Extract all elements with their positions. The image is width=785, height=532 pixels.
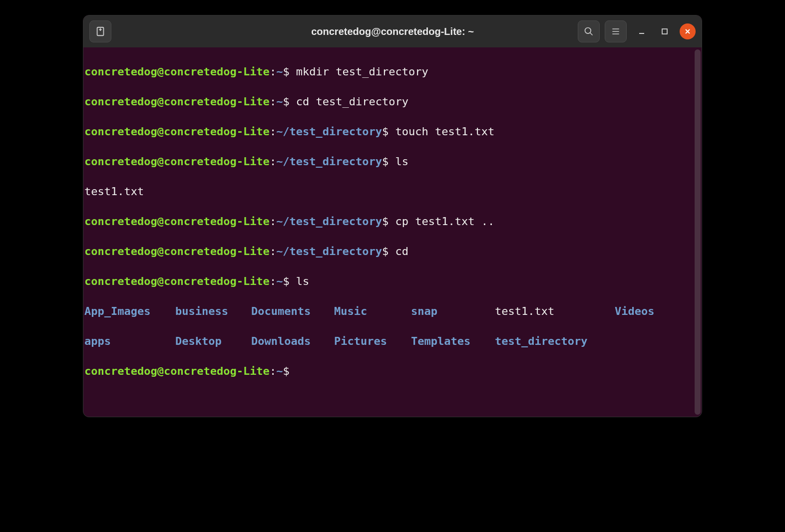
command-ls2: ls xyxy=(290,275,310,287)
path: ~/test_directory xyxy=(276,215,382,228)
ls-dir: Videos xyxy=(615,304,702,319)
close-button[interactable] xyxy=(680,23,696,39)
minimize-icon xyxy=(638,28,645,35)
svg-line-4 xyxy=(590,33,593,35)
prompt-line: concretedog@concretedog-Lite:~/test_dire… xyxy=(84,214,702,229)
user-host: concretedog@concretedog-Lite xyxy=(84,245,270,258)
scrollbar[interactable] xyxy=(695,49,701,415)
svg-rect-9 xyxy=(662,29,667,34)
colon: : xyxy=(270,95,276,108)
user-host: concretedog@concretedog-Lite xyxy=(84,275,270,287)
ls-dir: Documents xyxy=(251,304,334,319)
path: ~/test_directory xyxy=(276,245,382,258)
dollar: $ xyxy=(283,365,289,377)
dollar: $ xyxy=(283,95,289,108)
path: ~ xyxy=(276,65,283,78)
dollar: $ xyxy=(382,215,389,228)
svg-point-3 xyxy=(585,28,591,34)
ls-dir: Downloads xyxy=(251,334,334,349)
maximize-icon xyxy=(661,28,668,35)
maximize-button[interactable] xyxy=(657,23,673,39)
dollar: $ xyxy=(283,275,289,287)
prompt-line: concretedog@concretedog-Lite:~$ cd test_… xyxy=(84,94,702,109)
user-host: concretedog@concretedog-Lite xyxy=(84,365,270,377)
hamburger-icon xyxy=(611,26,621,36)
path: ~ xyxy=(276,95,283,108)
titlebar-right xyxy=(578,20,696,42)
path: ~ xyxy=(276,365,283,377)
ls-dir: business xyxy=(175,304,251,319)
path: ~/test_directory xyxy=(276,155,382,168)
prompt-line: concretedog@concretedog-Lite:~/test_dire… xyxy=(84,154,702,169)
titlebar: concretedog@concretedog-Lite: ~ xyxy=(83,15,702,47)
command-empty xyxy=(290,365,296,377)
prompt-line: concretedog@concretedog-Lite:~/test_dire… xyxy=(84,244,702,259)
dollar: $ xyxy=(382,155,389,168)
dollar: $ xyxy=(382,245,389,258)
ls-dir: Templates xyxy=(411,334,495,349)
minimize-button[interactable] xyxy=(634,23,650,39)
terminal-body[interactable]: concretedog@concretedog-Lite:~$ mkdir te… xyxy=(83,47,702,417)
colon: : xyxy=(270,215,276,228)
ls-dir: apps xyxy=(84,334,175,349)
colon: : xyxy=(270,155,276,168)
menu-button[interactable] xyxy=(605,20,627,42)
window-title: concretedog@concretedog-Lite: ~ xyxy=(311,26,474,37)
command-cd-home: cd xyxy=(389,245,408,258)
search-button[interactable] xyxy=(578,20,600,42)
titlebar-left xyxy=(89,20,111,42)
prompt-line: concretedog@concretedog-Lite:~$ ls xyxy=(84,274,702,289)
command-mkdir: mkdir test_directory xyxy=(290,65,428,78)
ls-dir: App_Images xyxy=(84,304,175,319)
ls-dir: snap xyxy=(411,304,495,319)
user-host: concretedog@concretedog-Lite xyxy=(84,65,270,78)
prompt-line: concretedog@concretedog-Lite:~$ mkdir te… xyxy=(84,64,702,79)
command-cd-test: cd test_directory xyxy=(290,95,408,108)
colon: : xyxy=(270,365,276,377)
command-touch: touch test1.txt xyxy=(389,125,494,138)
ls-row: App_ImagesbusinessDocumentsMusicsnaptest… xyxy=(84,304,702,319)
new-tab-button[interactable] xyxy=(89,20,111,42)
prompt-line: concretedog@concretedog-Lite:~/test_dire… xyxy=(84,124,702,139)
user-host: concretedog@concretedog-Lite xyxy=(84,125,270,138)
ls-dir: Desktop xyxy=(175,334,251,349)
dollar: $ xyxy=(283,65,289,78)
path: ~ xyxy=(276,275,283,287)
ls-file: test1.txt xyxy=(495,304,615,319)
close-icon xyxy=(684,28,691,35)
path: ~/test_directory xyxy=(276,125,382,138)
output-ls1: test1.txt xyxy=(84,184,702,199)
terminal-window: concretedog@concretedog-Lite: ~ xyxy=(83,15,702,417)
colon: : xyxy=(270,245,276,258)
search-icon xyxy=(584,26,594,36)
user-host: concretedog@concretedog-Lite xyxy=(84,155,270,168)
colon: : xyxy=(270,125,276,138)
new-tab-icon xyxy=(95,26,106,37)
ls-row: appsDesktopDownloadsPicturesTemplatestes… xyxy=(84,334,702,349)
colon: : xyxy=(270,65,276,78)
terminal-content[interactable]: concretedog@concretedog-Lite:~$ mkdir te… xyxy=(84,49,702,415)
user-host: concretedog@concretedog-Lite xyxy=(84,95,270,108)
command-cp: cp test1.txt .. xyxy=(389,215,494,228)
prompt-line: concretedog@concretedog-Lite:~$ xyxy=(84,364,702,379)
user-host: concretedog@concretedog-Lite xyxy=(84,215,270,228)
colon: : xyxy=(270,275,276,287)
ls-dir: test_directory xyxy=(495,334,615,349)
dollar: $ xyxy=(382,125,389,138)
ls-dir: Music xyxy=(334,304,411,319)
command-ls1: ls xyxy=(389,155,408,168)
ls-dir: Pictures xyxy=(334,334,411,349)
